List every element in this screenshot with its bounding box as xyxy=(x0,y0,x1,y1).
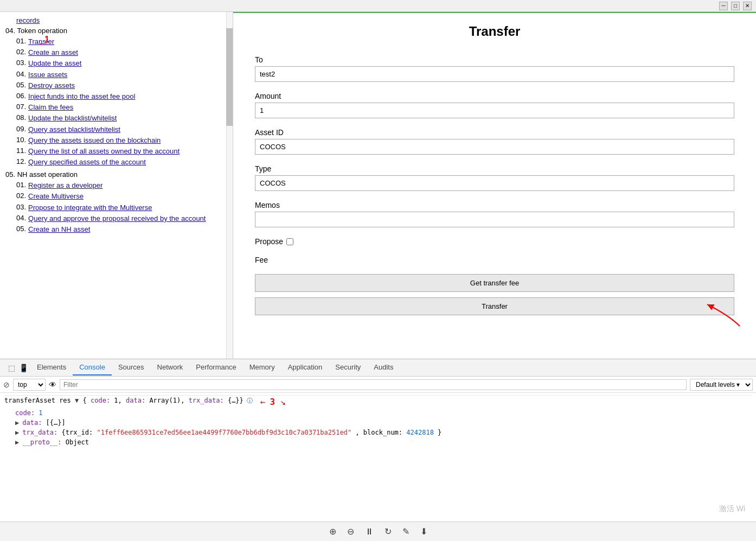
eye-icon[interactable]: 👁 xyxy=(49,380,56,389)
minimize-btn[interactable]: ─ xyxy=(719,2,728,10)
fee-group: Fee xyxy=(255,256,734,264)
propose-checkbox[interactable] xyxy=(286,238,293,245)
sidebar-item-query-issued[interactable]: 10. Query the assets issued on the block… xyxy=(5,136,221,145)
maximize-btn[interactable]: □ xyxy=(731,2,740,10)
amount-label: Amount xyxy=(255,92,734,100)
expand-icon-proto[interactable]: ▶ xyxy=(15,438,19,446)
to-field-group: To xyxy=(255,55,734,82)
expand-icon-1[interactable]: ▼ xyxy=(75,397,79,404)
sidebar-item-create-nh[interactable]: 05. Create an NH asset xyxy=(5,225,221,234)
tab-console[interactable]: Console xyxy=(73,360,112,375)
sidebar-item-register-dev[interactable]: 01. Register as a developer xyxy=(5,181,221,190)
devtools-mobile-icon[interactable]: 📱 xyxy=(18,363,28,373)
create-multiverse-link[interactable]: Create Multiverse xyxy=(28,192,84,201)
pause-icon[interactable]: ⏸ xyxy=(365,527,374,537)
asset-id-input[interactable] xyxy=(255,139,734,155)
issue-assets-link[interactable]: Issue assets xyxy=(28,70,67,80)
top-area: records 04. Token operation 01. Transfer… xyxy=(0,12,756,359)
sidebar-item-claim-fees[interactable]: 07. Claim the fees xyxy=(5,103,221,112)
tab-sources[interactable]: Sources xyxy=(112,360,151,375)
sidebar: records 04. Token operation 01. Transfer… xyxy=(0,12,227,240)
console-text-data: data: [{…}] xyxy=(22,419,65,427)
zoom-in-icon[interactable]: ⊕ xyxy=(329,526,336,537)
query-approve-link[interactable]: Query and approve the proposal received … xyxy=(28,214,206,224)
sidebar-item-propose-integrate[interactable]: 03. Propose to integrate with the Multiv… xyxy=(5,203,221,213)
sidebar-scrollbar[interactable] xyxy=(226,12,233,359)
asset-id-label: Asset ID xyxy=(255,128,734,137)
console-line-code: code: 1 xyxy=(4,408,752,418)
console-line-data: ▶ data: [{…}] xyxy=(4,418,752,428)
refresh-icon[interactable]: ↻ xyxy=(385,526,392,537)
console-line-1: transferAsset res ▼ { code: 1, data: Arr… xyxy=(4,395,752,408)
query-blacklist-link[interactable]: Query asset blacklist/whitelist xyxy=(28,125,120,135)
sidebar-item-update-asset[interactable]: 03. Update the asset xyxy=(5,59,221,68)
section-04-title: 04. Token operation xyxy=(5,27,221,35)
query-issued-link[interactable]: Query the assets issued on the blockchai… xyxy=(28,136,161,145)
console-line-trxdata: ▶ trx_data: {trx_id: "1feff6ee865931ce7e… xyxy=(4,428,752,437)
sidebar-item-update-blacklist[interactable]: 08. Update the blacklist/whitelist xyxy=(5,113,221,123)
create-asset-link[interactable]: Create an asset xyxy=(28,48,78,58)
transfer-link[interactable]: Transfer xyxy=(28,37,54,47)
update-asset-link[interactable]: Update the asset xyxy=(28,59,81,68)
type-input[interactable] xyxy=(255,175,734,191)
filter-input[interactable] xyxy=(60,379,687,390)
tab-application[interactable]: Application xyxy=(281,360,329,375)
console-line-proto: ▶ __proto__: Object xyxy=(4,437,752,447)
update-blacklist-link[interactable]: Update the blacklist/whitelist xyxy=(28,113,117,123)
edit-icon[interactable]: ✎ xyxy=(402,526,409,537)
tab-memory[interactable]: Memory xyxy=(243,360,281,375)
to-input[interactable] xyxy=(255,66,734,82)
tab-elements[interactable]: Elements xyxy=(30,360,73,375)
create-nh-link[interactable]: Create an NH asset xyxy=(28,225,90,234)
query-specified-link[interactable]: Query specified assets of the account xyxy=(28,157,146,167)
type-field-group: Type xyxy=(255,164,734,191)
watermark: 激活 Wi xyxy=(719,504,745,514)
levels-dropdown[interactable]: Default levels ▾ xyxy=(690,379,753,391)
devtools-tabs-bar: ⬚ 📱 Elements Console Sources Network Per… xyxy=(0,359,756,377)
fee-label: Fee xyxy=(255,256,734,264)
sidebar-item-inject-funds[interactable]: 06. Inject funds into the asset fee pool xyxy=(5,92,221,101)
register-dev-link[interactable]: Register as a developer xyxy=(28,181,102,190)
devtools-toolbar: ⊘ top 👁 Default levels ▾ xyxy=(0,377,756,393)
context-select[interactable]: top xyxy=(13,379,46,391)
sidebar-item-query-specified[interactable]: 12. Query specified assets of the accoun… xyxy=(5,157,221,167)
asset-id-field-group: Asset ID xyxy=(255,128,734,155)
amount-input[interactable] xyxy=(255,103,734,118)
expand-icon-data[interactable]: ▶ xyxy=(15,419,19,427)
tab-network[interactable]: Network xyxy=(151,360,190,375)
devtools-cursor-icon[interactable]: ⬚ xyxy=(7,363,16,373)
tab-audits[interactable]: Audits xyxy=(367,360,400,375)
download-icon[interactable]: ⬇ xyxy=(420,526,427,537)
window-chrome: ─ □ ✕ xyxy=(0,0,756,12)
devtools-no-icon[interactable]: ⊘ xyxy=(3,380,10,389)
transfer-button[interactable]: Transfer xyxy=(255,297,734,315)
sidebar-scroll-thumb[interactable] xyxy=(226,28,233,126)
main-container: ─ □ ✕ records 04. Token operation 01. Tr… xyxy=(0,0,756,541)
inject-funds-link[interactable]: Inject funds into the asset fee pool xyxy=(28,92,135,101)
console-text-code: code: 1 xyxy=(15,409,43,417)
destroy-assets-link[interactable]: Destroy assets xyxy=(28,81,75,91)
tab-performance[interactable]: Performance xyxy=(189,360,242,375)
sidebar-item-destroy-assets[interactable]: 05. Destroy assets xyxy=(5,81,221,91)
sidebar-item-transfer[interactable]: 01. Transfer ← 1 xyxy=(5,37,221,47)
console-text-trxdata: trx_data: {trx_id: "1feff6ee865931ce7ed5… xyxy=(22,429,441,436)
claim-fees-link[interactable]: Claim the fees xyxy=(28,103,73,112)
memos-field-group: Memos xyxy=(255,201,734,227)
close-btn[interactable]: ✕ xyxy=(743,2,752,10)
sidebar-item-issue-assets[interactable]: 04. Issue assets xyxy=(5,70,221,80)
records-link[interactable]: records xyxy=(16,16,40,24)
info-icon[interactable]: ⓘ xyxy=(247,397,253,405)
sidebar-item-query-approve[interactable]: 04. Query and approve the proposal recei… xyxy=(5,214,221,224)
sidebar-item-query-list[interactable]: 11. Query the list of all assets owned b… xyxy=(5,147,221,156)
sidebar-item-query-blacklist[interactable]: 09. Query asset blacklist/whitelist xyxy=(5,125,221,135)
propose-integrate-link[interactable]: Propose to integrate with the Multiverse xyxy=(28,203,152,213)
sidebar-item-create-asset[interactable]: 02. Create an asset xyxy=(5,48,221,58)
sidebar-item-create-multiverse[interactable]: 02. Create Multiverse xyxy=(5,192,221,201)
memos-input[interactable] xyxy=(255,212,734,227)
query-list-link[interactable]: Query the list of all assets owned by th… xyxy=(28,147,180,156)
tab-security[interactable]: Security xyxy=(329,360,367,375)
expand-icon-trxdata[interactable]: ▶ xyxy=(15,429,19,436)
get-transfer-fee-button[interactable]: Get transfer fee xyxy=(255,274,734,292)
zoom-out-icon[interactable]: ⊖ xyxy=(347,526,354,537)
page-title: Transfer xyxy=(255,24,734,39)
